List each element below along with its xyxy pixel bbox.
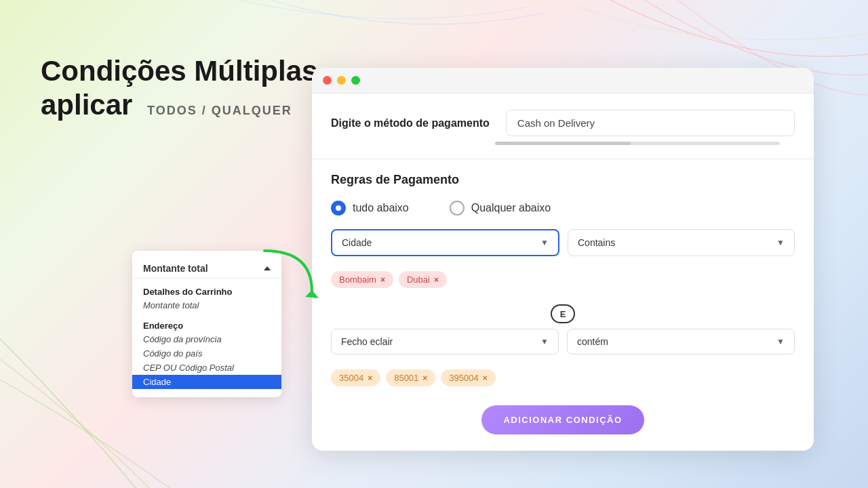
condition2-operator-label: contém: [577, 336, 608, 347]
tag-dubai-label: Dubai: [407, 274, 430, 285]
tag-395004-close[interactable]: ×: [483, 373, 488, 383]
window-content: Digite o método de pagamento Regras de P…: [312, 94, 814, 451]
dropdown-trigger-label: Montante total: [143, 263, 208, 274]
radio-row: tudo abaixo Qualquer abaixo: [331, 201, 795, 216]
chevron-down-icon-3: ▼: [540, 337, 549, 346]
condition2-row: Fecho eclair ▼ contém ▼: [331, 329, 795, 354]
dot-green: [351, 76, 360, 85]
subtitle: TODOS / QUALQUER: [147, 104, 292, 117]
tag-35004: 35004 ×: [331, 369, 380, 386]
tag-bombaim-close[interactable]: ×: [380, 275, 385, 285]
condition1-field-select[interactable]: Cidade ▼: [331, 229, 559, 256]
progress-bar-fill: [495, 142, 631, 145]
chevron-down-icon-2: ▼: [776, 238, 785, 247]
dropdown-section-endereco: Endereço Código da província Código do p…: [132, 318, 281, 389]
radio-qualquer[interactable]: Qualquer abaixo: [450, 201, 551, 216]
tag-85001-close[interactable]: ×: [422, 373, 427, 383]
tag-395004-label: 395004: [449, 373, 478, 383]
title-bar: [312, 68, 814, 94]
left-section: Condições Múltiplas aplicar TODOS / QUAL…: [41, 54, 326, 128]
arrow-icon: [251, 237, 332, 305]
tag-35004-label: 35004: [339, 373, 363, 383]
dropdown-item-pais[interactable]: Código do país: [132, 346, 281, 361]
condition1-field-label: Cidade: [342, 237, 372, 248]
tag-35004-close[interactable]: ×: [368, 373, 372, 383]
radio-circle-inactive: [450, 201, 465, 216]
tag-dubai-close[interactable]: ×: [434, 275, 439, 285]
svg-marker-0: [305, 290, 319, 298]
radio-circle-active: [331, 201, 346, 216]
chevron-down-icon-4: ▼: [776, 337, 785, 346]
radio-tudo[interactable]: tudo abaixo: [331, 201, 409, 216]
progress-bar: [495, 142, 780, 145]
payment-method-row: Digite o método de pagamento: [331, 110, 795, 136]
dot-red: [323, 76, 332, 85]
condition2-field-select[interactable]: Fecho eclair ▼: [331, 329, 559, 354]
radio-label-qualquer: Qualquer abaixo: [471, 202, 551, 214]
dot-yellow: [337, 76, 346, 85]
tag-85001: 85001 ×: [386, 369, 435, 386]
condition2-tags-row: 35004 × 85001 × 395004 ×: [331, 364, 795, 392]
divider: [312, 159, 814, 159]
condition2-operator-select[interactable]: contém ▼: [567, 329, 795, 354]
condition1-operator-label: Contains: [578, 237, 615, 248]
dropdown-item-cep[interactable]: CEP OU Código Postal: [132, 361, 281, 375]
condition1-operator-select[interactable]: Contains ▼: [568, 229, 795, 256]
radio-label-tudo: tudo abaixo: [353, 202, 409, 214]
main-window: Digite o método de pagamento Regras de P…: [312, 68, 814, 451]
tag-bombaim-label: Bombaim: [339, 274, 376, 285]
add-condition-button[interactable]: ADICIONAR CONDIÇÃO: [481, 405, 644, 434]
dropdown-item-cidade[interactable]: Cidade: [132, 375, 281, 389]
e-connector: E: [331, 304, 795, 323]
dropdown-item-provincia[interactable]: Código da província: [132, 332, 281, 346]
section-title-endereco: Endereço: [132, 318, 281, 332]
condition1-row: Cidade ▼ Contains ▼: [331, 229, 795, 256]
progress-bar-container: [495, 142, 795, 145]
tag-bombaim: Bombaim ×: [331, 271, 393, 288]
page-title: Condições Múltiplas aplicar TODOS / QUAL…: [41, 54, 326, 123]
payment-method-label: Digite o método de pagamento: [331, 117, 490, 129]
payment-method-input[interactable]: [506, 110, 795, 136]
tag-dubai: Dubai ×: [399, 271, 447, 288]
chevron-down-icon: ▼: [540, 238, 549, 247]
payment-rules-title: Regras de Pagamento: [331, 173, 795, 187]
tag-395004: 395004 ×: [441, 369, 495, 386]
condition2-field-label: Fecho eclair: [341, 336, 393, 347]
e-badge: E: [551, 304, 575, 323]
condition1-tags-row: Bombaim × Dubai ×: [331, 266, 795, 293]
tag-85001-label: 85001: [394, 373, 418, 383]
